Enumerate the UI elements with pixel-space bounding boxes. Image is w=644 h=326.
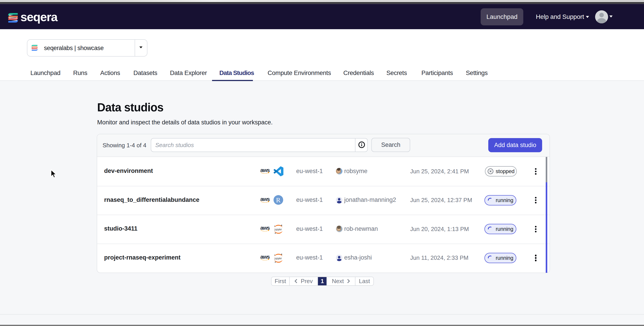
svg-text:jupyter: jupyter — [274, 257, 282, 260]
svg-text:jupyter: jupyter — [274, 228, 282, 231]
